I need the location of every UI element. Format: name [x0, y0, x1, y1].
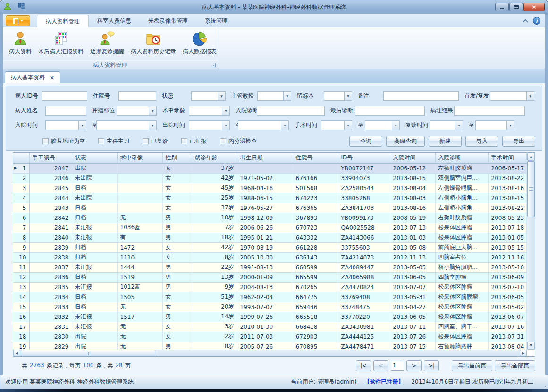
search-combo[interactable]: ▼: [191, 91, 226, 101]
chevron-down-icon[interactable]: ▼: [526, 92, 534, 100]
grid-column-header[interactable]: 状态: [72, 153, 117, 163]
grid-corner-cell[interactable]: [13, 153, 29, 163]
last-page-button[interactable]: >|: [424, 360, 439, 371]
page-number-input[interactable]: [391, 361, 404, 371]
export-button[interactable]: 导出: [502, 136, 535, 147]
table-row[interactable]: 82840未汇报有男18岁1995-01-21643332ZA414306620…: [13, 233, 527, 242]
scroll-right-icon[interactable]: ▶: [520, 350, 527, 356]
search-combo[interactable]: ▼: [45, 120, 86, 130]
chevron-down-icon[interactable]: ▼: [283, 92, 291, 100]
table-row[interactable]: ▶12847出院女37岁YB00721472006-05-12左额叶胶质瘤200…: [13, 163, 527, 173]
first-page-button[interactable]: |<: [356, 360, 371, 371]
dialog-launcher-icon[interactable]: [211, 63, 216, 67]
minimize-button[interactable]: [495, 3, 509, 11]
table-row[interactable]: 92839归档1472女42岁1970-08-19661228337556032…: [13, 242, 527, 252]
search-text-input[interactable]: [42, 91, 87, 101]
ribbon-button-history[interactable]: 病人资料历史记录: [127, 29, 179, 57]
search-combo[interactable]: ▼: [96, 120, 157, 130]
checkbox-box[interactable]: [98, 138, 104, 144]
ribbon-button-data-report[interactable]: 病人数据报表: [179, 29, 220, 57]
chevron-down-icon[interactable]: ▼: [506, 121, 514, 130]
checkbox-box[interactable]: [181, 138, 187, 144]
search-combo[interactable]: ▼: [490, 91, 534, 101]
query-button[interactable]: 查询: [349, 136, 382, 147]
close-button[interactable]: ×: [523, 3, 545, 11]
search-combo[interactable]: ▼: [321, 120, 352, 130]
filter-checkbox-4[interactable]: 已汇报: [181, 137, 207, 145]
search-combo[interactable]: ▼: [189, 120, 230, 130]
grid-column-header[interactable]: ID号: [338, 153, 390, 163]
horizontal-scrollbar[interactable]: ◀ ▶: [13, 350, 527, 356]
vertical-scrollbar-thumb[interactable]: [527, 161, 535, 217]
table-row[interactable]: 32845归档女45岁1968-04-16501568ZA25805442013…: [13, 183, 527, 193]
table-row[interactable]: 102838归档1110女8岁2005-10-30636143ZA4214073…: [13, 252, 527, 262]
table-row[interactable]: 42844未出院女25岁1988-06-15674223338052682013…: [13, 193, 527, 203]
search-combo[interactable]: ▼: [324, 91, 352, 101]
search-combo[interactable]: ▼: [117, 106, 157, 116]
info-icon[interactable]: i: [533, 17, 540, 25]
chevron-down-icon[interactable]: ▼: [78, 121, 86, 130]
search-text-input[interactable]: [45, 106, 86, 116]
new-button[interactable]: 新建: [429, 136, 462, 147]
table-row[interactable]: 72841未汇报1036蓝男7岁2006-06-26670723QA002552…: [13, 223, 527, 233]
export-current-page-button[interactable]: 导出当前页: [452, 360, 492, 371]
collapse-ribbon-icon[interactable]: [523, 19, 528, 24]
table-row[interactable]: 132835未汇报1012蓝男9岁2004-08-13670265ZA44708…: [13, 282, 527, 292]
table-row[interactable]: 62842归档无男10岁1998-12-09367893YB0099173200…: [13, 213, 527, 223]
next-page-button[interactable]: >: [406, 360, 422, 371]
scroll-up-icon[interactable]: ▲: [527, 153, 535, 161]
vertical-scrollbar[interactable]: ▲ ▼: [527, 153, 535, 350]
table-row[interactable]: 122836归档1519男13岁2000-01-09665599ZA406598…: [13, 272, 527, 282]
grid-column-header[interactable]: 入院诊断: [435, 153, 488, 163]
filter-checkbox-1[interactable]: 胶片地址为空: [42, 137, 85, 145]
search-combo[interactable]: ▼: [430, 120, 463, 130]
chevron-down-icon[interactable]: ▼: [344, 121, 352, 130]
search-combo[interactable]: ▼: [257, 91, 291, 101]
table-row[interactable]: 172831未汇报无女3岁2010-01-30668418ZA343098120…: [13, 322, 527, 332]
grid-column-header[interactable]: 性别: [162, 153, 192, 163]
application-menu-button[interactable]: [6, 15, 30, 26]
table-row[interactable]: 182830出院无女2岁2011-07-03672903ZA4444125201…: [13, 332, 527, 342]
prev-page-button[interactable]: <: [373, 360, 388, 371]
grid-column-header[interactable]: 就诊年龄: [192, 153, 237, 163]
filter-checkbox-3[interactable]: 已复诊: [143, 137, 168, 145]
search-text-input[interactable]: [257, 106, 325, 116]
grid-column-header[interactable]: 住院号: [293, 153, 338, 163]
grid-column-header[interactable]: 入院时间: [390, 153, 435, 163]
ribbon-button-patient-data[interactable]: 病人资料: [6, 29, 35, 57]
filter-checkbox-2[interactable]: 主任主刀: [98, 137, 129, 145]
ribbon-tab-staff-info[interactable]: 科室人员信息: [89, 15, 140, 27]
search-text-input[interactable]: [454, 106, 525, 116]
search-combo[interactable]: ▼: [238, 120, 289, 130]
ribbon-tab-patient-management[interactable]: 病人资料管理: [37, 15, 89, 27]
import-button[interactable]: 导入: [465, 136, 498, 147]
search-text-input[interactable]: [118, 91, 156, 101]
table-row[interactable]: 112837未汇报1444男22岁1991-08-13660599ZA40894…: [13, 262, 527, 272]
scroll-left-icon[interactable]: ◀: [13, 350, 20, 356]
quick-access-icon[interactable]: [18, 3, 25, 11]
ribbon-button-postop-report[interactable]: 术后病人汇报资料: [35, 29, 87, 57]
table-row[interactable]: 152833归档无女20岁1993-07-0765944633748475201…: [13, 302, 527, 312]
doc-tab-patient-basic-data[interactable]: 病人基本资料 ×: [5, 71, 60, 83]
close-tab-icon[interactable]: ×: [50, 75, 54, 81]
scroll-down-icon[interactable]: ▼: [527, 342, 535, 350]
chevron-down-icon[interactable]: ▼: [455, 121, 463, 130]
chevron-down-icon[interactable]: ▼: [222, 121, 229, 130]
chevron-down-icon[interactable]: ▼: [218, 92, 225, 100]
chevron-down-icon[interactable]: ▼: [392, 121, 399, 130]
grid-column-header[interactable]: 手工编号: [29, 153, 72, 163]
search-text-input[interactable]: [383, 91, 459, 101]
checkbox-box[interactable]: [42, 138, 49, 144]
checkbox-box[interactable]: [143, 138, 149, 144]
maximize-button[interactable]: [509, 3, 523, 11]
chevron-down-icon[interactable]: ▼: [149, 106, 156, 115]
license-link[interactable]: 【软件已注册】: [364, 378, 404, 386]
checkbox-box[interactable]: [220, 138, 226, 144]
chevron-down-icon[interactable]: ▼: [149, 121, 156, 130]
search-combo[interactable]: ▼: [189, 106, 230, 116]
grid-column-header[interactable]: 术中录像: [117, 153, 162, 163]
export-all-pages-button[interactable]: 导出全部页: [495, 360, 535, 371]
grid-column-header[interactable]: 出生日期: [237, 153, 293, 163]
ribbon-button-revisit-reminder[interactable]: 近期复诊提醒: [87, 29, 127, 57]
search-combo[interactable]: ▼: [475, 120, 514, 130]
